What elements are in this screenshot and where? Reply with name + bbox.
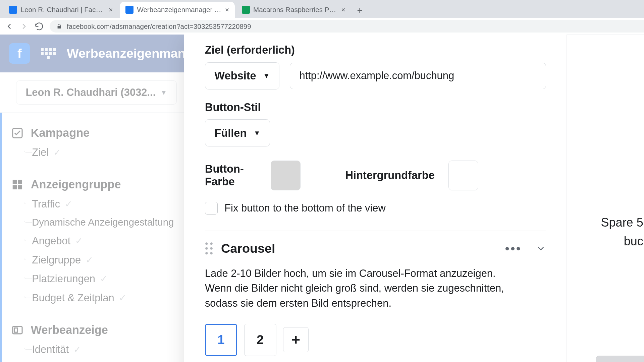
- lock-icon: [56, 23, 62, 29]
- editor-modal: Ziel (erforderlich) Website ▼ Button-Sti…: [184, 35, 644, 362]
- drag-handle-icon[interactable]: [205, 242, 213, 255]
- close-icon[interactable]: ×: [109, 6, 113, 14]
- svg-point-11: [205, 243, 208, 245]
- favicon-facebook-icon: [9, 6, 17, 14]
- button-style-dropdown[interactable]: Füllen ▼: [205, 119, 270, 146]
- close-icon[interactable]: ×: [341, 6, 345, 14]
- back-icon[interactable]: [5, 22, 14, 31]
- caret-down-icon: ▼: [263, 72, 270, 80]
- carousel-section: Carousel ••• Lade 2-10 Bilder hoch, um s…: [205, 231, 546, 362]
- new-tab-button[interactable]: +: [352, 3, 367, 18]
- address-bar[interactable]: facebook.com/adsmanager/creation?act=303…: [50, 20, 644, 33]
- carousel-title: Carousel: [221, 241, 497, 256]
- address-text: facebook.com/adsmanager/creation?act=303…: [67, 22, 251, 31]
- more-icon[interactable]: •••: [505, 241, 522, 256]
- browser-tab-2[interactable]: Werbeanzeigenmanager - Cre ×: [120, 2, 235, 18]
- carousel-slide-tab-2[interactable]: 2: [244, 324, 276, 356]
- background-color-swatch[interactable]: [448, 161, 478, 190]
- preview-canvas: Spare 50%, wenn du heute noch bei uns ei…: [567, 35, 644, 362]
- preview-cta-button[interactable]: Hier klicken: [596, 356, 644, 362]
- modal-preview-pane: Spare 50%, wenn du heute noch bei uns ei…: [567, 35, 644, 362]
- svg-point-13: [205, 247, 208, 250]
- preview-body-text: Spare 50%, wenn du heute noch bei uns ei…: [600, 213, 644, 269]
- tab-label: Werbeanzeigenmanager - Cre: [137, 6, 221, 14]
- background-color-label: Hintergrundfarbe: [345, 169, 435, 182]
- browser-chrome: Leon R. Chaudhari | Facebook × Werbeanze…: [0, 0, 644, 35]
- svg-point-15: [205, 252, 208, 254]
- favicon-facebook-icon: [125, 6, 133, 14]
- ziel-type-value: Website: [214, 69, 256, 82]
- toolbar: facebook.com/adsmanager/creation?act=303…: [0, 18, 644, 35]
- browser-tab-3[interactable]: Macarons Raspberries Pastrie ×: [236, 2, 351, 18]
- button-color-swatch[interactable]: [271, 161, 301, 190]
- caret-down-icon: ▼: [254, 129, 260, 137]
- fix-button-checkbox[interactable]: [205, 202, 218, 215]
- modal-form-pane: Ziel (erforderlich) Website ▼ Button-Sti…: [184, 35, 567, 362]
- ziel-required-label: Ziel (erforderlich): [205, 44, 546, 56]
- button-style-label: Button-Stil: [205, 101, 546, 114]
- tab-label: Leon R. Chaudhari | Facebook: [21, 6, 105, 14]
- carousel-slide-tab-1[interactable]: 1: [205, 324, 237, 356]
- favicon-sheets-icon: [242, 6, 250, 14]
- browser-tab-1[interactable]: Leon R. Chaudhari | Facebook ×: [3, 2, 118, 18]
- button-color-label: Button-Farbe: [205, 163, 257, 188]
- chevron-down-icon[interactable]: [536, 243, 546, 254]
- forward-icon[interactable]: [19, 22, 29, 31]
- close-icon[interactable]: ×: [225, 6, 229, 14]
- page: f Werbeanzeigenmanager ▼ Leon ▼ ? Leon R…: [0, 35, 644, 362]
- ziel-url-input[interactable]: [290, 63, 546, 89]
- svg-point-14: [210, 247, 213, 250]
- svg-point-16: [210, 252, 213, 254]
- svg-point-12: [210, 243, 213, 245]
- tab-label: Macarons Raspberries Pastrie: [253, 6, 338, 14]
- carousel-description: Lade 2-10 Bilder hoch, um sie im Carouse…: [205, 266, 504, 311]
- ziel-type-dropdown[interactable]: Website ▼: [205, 62, 279, 89]
- carousel-add-slide-button[interactable]: +: [283, 327, 309, 353]
- reload-icon[interactable]: [35, 22, 44, 31]
- button-style-value: Füllen: [214, 127, 247, 139]
- fix-button-label: Fix button to the bottom of the view: [224, 202, 386, 214]
- tab-strip: Leon R. Chaudhari | Facebook × Werbeanze…: [0, 0, 644, 18]
